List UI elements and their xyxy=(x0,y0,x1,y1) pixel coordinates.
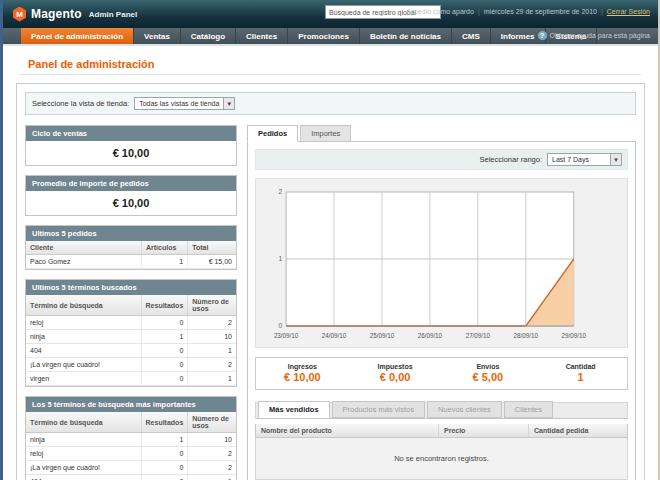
average-order-title: Promedio de importe de pedidos xyxy=(26,176,236,191)
tab-clientes[interactable]: Clientes xyxy=(504,401,553,418)
top-search-terms-title: Los 5 términos de búsqueda más important… xyxy=(26,397,236,412)
table-cell: € 15,00 xyxy=(188,255,236,269)
nav-item-ventas[interactable]: Ventas xyxy=(134,28,181,44)
column-header[interactable]: Término de búsqueda xyxy=(26,295,141,316)
tab-pedidos[interactable]: Pedidos xyxy=(247,125,298,142)
column-header[interactable]: Número de usos xyxy=(188,412,236,433)
table-cell: 2 xyxy=(188,316,236,330)
svg-text:25/09/10: 25/09/10 xyxy=(370,332,395,339)
table-cell: 0 xyxy=(141,447,188,461)
help-label: Obtener ayuda para esta página xyxy=(550,32,650,39)
logged-in-as: Accedió como apardo xyxy=(406,8,474,15)
help-link[interactable]: ? Obtener ayuda para esta página xyxy=(538,31,650,40)
table-cell: reloj xyxy=(26,447,141,461)
chevron-down-icon: ▼ xyxy=(223,98,234,109)
total-cantidad: Cantidad 1 xyxy=(534,363,627,383)
top-search-terms-card: Los 5 términos de búsqueda más important… xyxy=(25,396,237,480)
totals-strip: Ingresos € 10,00 Impuestos € 0,00 Envíos… xyxy=(255,357,628,390)
main-nav: Panel de administración Ventas Catálogo … xyxy=(3,28,658,46)
table-row: ¡La virgen que cuadro!02 xyxy=(26,461,236,475)
total-envios: Envíos € 5,00 xyxy=(442,363,535,383)
nav-item-promociones[interactable]: Promociones xyxy=(288,28,360,44)
table-cell: 0 xyxy=(141,461,188,475)
column-header[interactable]: Precio xyxy=(439,424,529,437)
svg-text:27/09/10: 27/09/10 xyxy=(466,332,491,339)
current-date: miércoles 29 de septiembre de 2010 xyxy=(484,8,597,15)
table-cell: 0 xyxy=(141,475,188,480)
average-order-value: € 10,00 xyxy=(26,191,236,215)
table-cell: virgen xyxy=(26,372,141,386)
range-select[interactable]: Last 7 Days ▼ xyxy=(547,153,622,166)
table-cell: 10 xyxy=(188,330,236,344)
table-cell: 1 xyxy=(188,475,236,480)
column-header[interactable]: Cantidad pedida xyxy=(529,424,627,437)
average-order-card: Promedio de importe de pedidos € 10,00 xyxy=(25,175,237,216)
table-row: 40401 xyxy=(26,344,236,358)
column-header[interactable]: Número de usos xyxy=(188,295,236,316)
table-cell: 1 xyxy=(141,433,188,447)
nav-item-dashboard[interactable]: Panel de administración xyxy=(21,28,134,44)
top-header: M Magento Admin Panel Accedió como apard… xyxy=(3,0,658,28)
table-cell: 1 xyxy=(188,344,236,358)
tab-mas-vendidos[interactable]: Más vendidos xyxy=(258,401,330,418)
range-bar: Seleccionar rango: Last 7 Days ▼ xyxy=(255,149,628,170)
svg-text:1: 1 xyxy=(278,255,282,262)
column-header[interactable]: Resultados xyxy=(141,295,188,316)
svg-text:28/09/10: 28/09/10 xyxy=(514,332,539,339)
nav-item-cms[interactable]: CMS xyxy=(452,28,491,44)
table-cell: ¡La virgen que cuadro! xyxy=(26,358,141,372)
title-divider xyxy=(20,74,641,75)
dashboard-container: Seleccione la vista de tienda: Todas las… xyxy=(16,83,645,480)
svg-text:24/09/10: 24/09/10 xyxy=(322,332,347,339)
products-table-header: Nombre del producto Precio Cantidad pedi… xyxy=(255,424,628,438)
logout-link[interactable]: Cerrar Sesión xyxy=(607,8,650,15)
table-cell: 10 xyxy=(188,433,236,447)
table-row: reloj02 xyxy=(26,447,236,461)
table-row: 40401 xyxy=(26,475,236,480)
sales-cycle-card: Ciclo de ventas € 10,00 xyxy=(25,125,237,166)
last-orders-title: Ultimos 5 pedidos xyxy=(26,226,236,241)
table-cell: 1 xyxy=(141,330,188,344)
table-cell: 1 xyxy=(188,372,236,386)
column-header[interactable]: Total xyxy=(188,241,236,255)
total-ingresos: Ingresos € 10,00 xyxy=(256,363,349,383)
svg-text:2: 2 xyxy=(278,188,282,195)
store-view-select[interactable]: Todas las vistas de tienda ▼ xyxy=(134,97,235,110)
range-label: Seleccionar rango: xyxy=(479,155,542,164)
table-cell: 404 xyxy=(26,344,141,358)
table-cell: 2 xyxy=(188,461,236,475)
sales-cycle-value: € 10,00 xyxy=(26,141,236,165)
orders-area-chart: 01223/09/1024/09/1025/09/1026/09/1027/09… xyxy=(261,184,622,342)
tab-productos-mas-vistos[interactable]: Productos más vistos xyxy=(332,401,425,418)
table-cell: ninja xyxy=(26,433,141,447)
nav-item-catalogo[interactable]: Catálogo xyxy=(181,28,236,44)
magento-logo: M Magento Admin Panel xyxy=(13,7,137,22)
svg-text:23/09/10: 23/09/10 xyxy=(274,332,299,339)
svg-text:26/09/10: 26/09/10 xyxy=(418,332,443,339)
dashboard-right-column: Pedidos Importes Seleccionar rango: Last… xyxy=(247,125,636,480)
table-cell: 0 xyxy=(141,344,188,358)
table-cell: reloj xyxy=(26,316,141,330)
table-cell: ¡La virgen que cuadro! xyxy=(26,461,141,475)
column-header[interactable]: Artículos xyxy=(142,241,188,255)
tab-importes[interactable]: Importes xyxy=(300,125,351,142)
table-cell: ninja xyxy=(26,330,141,344)
column-header[interactable]: Cliente xyxy=(26,241,142,255)
nav-item-boletin[interactable]: Boletín de noticias xyxy=(360,28,452,44)
column-header[interactable]: Resultados xyxy=(141,412,188,433)
last-search-terms-card: Ultimos 5 términos buscados Término de b… xyxy=(25,279,237,387)
table-cell: 2 xyxy=(188,447,236,461)
table-cell: Paco Gomez xyxy=(26,255,142,269)
column-header[interactable]: Término de búsqueda xyxy=(26,412,141,433)
table-row: Paco Gomez1€ 15,00 xyxy=(26,255,236,269)
last-orders-table: Cliente Artículos Total Paco Gomez1€ 15,… xyxy=(26,241,236,269)
table-cell: 1 xyxy=(142,255,188,269)
table-cell: 404 xyxy=(26,475,141,480)
table-cell: 0 xyxy=(141,372,188,386)
header-user-info: Accedió como apardo|miércoles 29 de sept… xyxy=(406,8,650,15)
nav-item-clientes[interactable]: Clientes xyxy=(236,28,288,44)
table-cell: 0 xyxy=(141,358,188,372)
tab-nuevos-clientes[interactable]: Nuevos clientes xyxy=(427,401,502,418)
column-header[interactable]: Nombre del producto xyxy=(256,424,439,437)
table-cell: 0 xyxy=(141,316,188,330)
